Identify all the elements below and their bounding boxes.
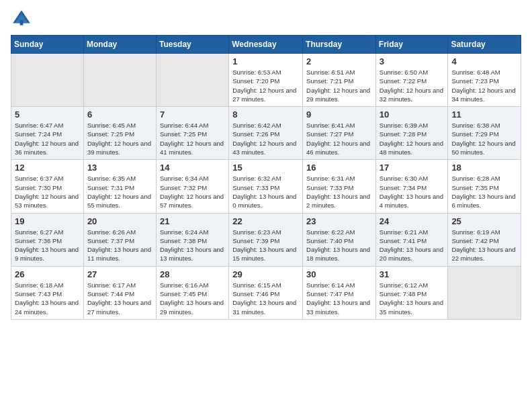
calendar-cell: 14Sunrise: 6:34 AM Sunset: 7:32 PM Dayli…	[156, 160, 228, 213]
week-row-2: 5Sunrise: 6:47 AM Sunset: 7:24 PM Daylig…	[11, 107, 521, 160]
day-info: Sunrise: 6:31 AM Sunset: 7:33 PM Dayligh…	[306, 174, 372, 210]
calendar-cell: 16Sunrise: 6:31 AM Sunset: 7:33 PM Dayli…	[303, 160, 376, 213]
day-info: Sunrise: 6:38 AM Sunset: 7:29 PM Dayligh…	[451, 121, 517, 156]
calendar-cell: 1Sunrise: 6:53 AM Sunset: 7:20 PM Daylig…	[229, 54, 303, 107]
day-info: Sunrise: 6:39 AM Sunset: 7:28 PM Dayligh…	[380, 121, 445, 156]
day-number: 29	[232, 269, 299, 279]
calendar-cell: 31Sunrise: 6:12 AM Sunset: 7:48 PM Dayli…	[375, 266, 448, 319]
day-number: 7	[160, 109, 225, 120]
day-number: 24	[380, 216, 445, 226]
day-number: 13	[87, 163, 152, 173]
day-info: Sunrise: 6:28 AM Sunset: 7:35 PM Dayligh…	[451, 174, 517, 210]
day-info: Sunrise: 6:37 AM Sunset: 7:30 PM Dayligh…	[15, 174, 80, 210]
calendar-cell: 25Sunrise: 6:19 AM Sunset: 7:42 PM Dayli…	[448, 213, 521, 266]
calendar-cell: 22Sunrise: 6:23 AM Sunset: 7:39 PM Dayli…	[229, 213, 303, 266]
day-number: 28	[160, 269, 225, 279]
calendar-cell	[156, 54, 228, 107]
calendar-cell: 29Sunrise: 6:15 AM Sunset: 7:46 PM Dayli…	[229, 266, 303, 319]
day-number: 22	[232, 216, 299, 226]
day-info: Sunrise: 6:12 AM Sunset: 7:48 PM Dayligh…	[380, 281, 445, 316]
day-info: Sunrise: 6:18 AM Sunset: 7:43 PM Dayligh…	[15, 281, 80, 316]
day-info: Sunrise: 6:30 AM Sunset: 7:34 PM Dayligh…	[380, 174, 445, 210]
day-number: 18	[451, 163, 517, 173]
day-number: 30	[306, 269, 372, 279]
day-number: 16	[306, 163, 372, 173]
day-number: 23	[306, 216, 372, 226]
day-number: 17	[380, 163, 445, 173]
weekday-header-saturday: Saturday	[448, 36, 521, 54]
logo-icon	[11, 8, 32, 30]
calendar-cell: 30Sunrise: 6:14 AM Sunset: 7:47 PM Dayli…	[303, 266, 376, 319]
calendar-cell: 24Sunrise: 6:21 AM Sunset: 7:41 PM Dayli…	[375, 213, 448, 266]
logo	[11, 8, 35, 30]
day-info: Sunrise: 6:22 AM Sunset: 7:40 PM Dayligh…	[306, 228, 372, 263]
weekday-header-tuesday: Tuesday	[156, 36, 228, 54]
day-info: Sunrise: 6:24 AM Sunset: 7:38 PM Dayligh…	[160, 228, 225, 263]
day-number: 31	[380, 269, 445, 279]
week-row-5: 26Sunrise: 6:18 AM Sunset: 7:43 PM Dayli…	[11, 266, 521, 319]
day-number: 12	[15, 163, 80, 173]
day-info: Sunrise: 6:44 AM Sunset: 7:25 PM Dayligh…	[160, 121, 225, 156]
calendar-cell: 12Sunrise: 6:37 AM Sunset: 7:30 PM Dayli…	[11, 160, 84, 213]
calendar-cell: 15Sunrise: 6:32 AM Sunset: 7:33 PM Dayli…	[229, 160, 303, 213]
day-info: Sunrise: 6:50 AM Sunset: 7:22 PM Dayligh…	[380, 68, 445, 103]
day-info: Sunrise: 6:23 AM Sunset: 7:39 PM Dayligh…	[232, 228, 299, 263]
day-number: 11	[451, 109, 517, 120]
day-info: Sunrise: 6:14 AM Sunset: 7:47 PM Dayligh…	[306, 281, 372, 316]
calendar-cell: 11Sunrise: 6:38 AM Sunset: 7:29 PM Dayli…	[448, 107, 521, 160]
day-number: 25	[451, 216, 517, 226]
day-number: 3	[380, 56, 445, 66]
calendar-cell: 13Sunrise: 6:35 AM Sunset: 7:31 PM Dayli…	[83, 160, 156, 213]
calendar-cell	[448, 266, 521, 319]
calendar-cell: 18Sunrise: 6:28 AM Sunset: 7:35 PM Dayli…	[448, 160, 521, 213]
calendar-table: SundayMondayTuesdayWednesdayThursdayFrid…	[11, 35, 521, 320]
weekday-header-sunday: Sunday	[11, 36, 84, 54]
day-number: 5	[15, 109, 80, 120]
day-number: 1	[232, 56, 299, 66]
day-info: Sunrise: 6:47 AM Sunset: 7:24 PM Dayligh…	[15, 121, 80, 156]
day-info: Sunrise: 6:34 AM Sunset: 7:32 PM Dayligh…	[160, 174, 225, 210]
day-info: Sunrise: 6:21 AM Sunset: 7:41 PM Dayligh…	[380, 228, 445, 263]
header	[11, 8, 521, 30]
week-row-1: 1Sunrise: 6:53 AM Sunset: 7:20 PM Daylig…	[11, 54, 521, 107]
calendar-cell: 28Sunrise: 6:16 AM Sunset: 7:45 PM Dayli…	[156, 266, 228, 319]
calendar-cell	[11, 54, 84, 107]
calendar-cell: 4Sunrise: 6:48 AM Sunset: 7:23 PM Daylig…	[448, 54, 521, 107]
calendar-cell: 5Sunrise: 6:47 AM Sunset: 7:24 PM Daylig…	[11, 107, 84, 160]
day-info: Sunrise: 6:19 AM Sunset: 7:42 PM Dayligh…	[451, 228, 517, 263]
day-number: 26	[15, 269, 80, 279]
calendar-cell: 23Sunrise: 6:22 AM Sunset: 7:40 PM Dayli…	[303, 213, 376, 266]
day-number: 9	[306, 109, 372, 120]
calendar-cell: 27Sunrise: 6:17 AM Sunset: 7:44 PM Dayli…	[83, 266, 156, 319]
day-number: 20	[87, 216, 152, 226]
calendar-cell: 6Sunrise: 6:45 AM Sunset: 7:25 PM Daylig…	[83, 107, 156, 160]
day-number: 15	[232, 163, 299, 173]
day-number: 4	[451, 56, 517, 66]
calendar-cell: 9Sunrise: 6:41 AM Sunset: 7:27 PM Daylig…	[303, 107, 376, 160]
calendar-cell: 26Sunrise: 6:18 AM Sunset: 7:43 PM Dayli…	[11, 266, 84, 319]
day-info: Sunrise: 6:35 AM Sunset: 7:31 PM Dayligh…	[87, 174, 152, 210]
calendar-cell: 10Sunrise: 6:39 AM Sunset: 7:28 PM Dayli…	[375, 107, 448, 160]
day-number: 2	[306, 56, 372, 66]
day-number: 21	[160, 216, 225, 226]
calendar-cell: 20Sunrise: 6:26 AM Sunset: 7:37 PM Dayli…	[83, 213, 156, 266]
day-info: Sunrise: 6:53 AM Sunset: 7:20 PM Dayligh…	[232, 68, 299, 103]
weekday-header-monday: Monday	[83, 36, 156, 54]
day-number: 6	[87, 109, 152, 120]
calendar-cell: 7Sunrise: 6:44 AM Sunset: 7:25 PM Daylig…	[156, 107, 228, 160]
weekday-header-row: SundayMondayTuesdayWednesdayThursdayFrid…	[11, 36, 521, 54]
calendar-cell: 21Sunrise: 6:24 AM Sunset: 7:38 PM Dayli…	[156, 213, 228, 266]
calendar-cell: 2Sunrise: 6:51 AM Sunset: 7:21 PM Daylig…	[303, 54, 376, 107]
day-number: 10	[380, 109, 445, 120]
weekday-header-wednesday: Wednesday	[229, 36, 303, 54]
day-info: Sunrise: 6:48 AM Sunset: 7:23 PM Dayligh…	[451, 68, 517, 103]
week-row-4: 19Sunrise: 6:27 AM Sunset: 7:36 PM Dayli…	[11, 213, 521, 266]
day-info: Sunrise: 6:16 AM Sunset: 7:45 PM Dayligh…	[160, 281, 225, 316]
day-info: Sunrise: 6:27 AM Sunset: 7:36 PM Dayligh…	[15, 228, 80, 263]
day-info: Sunrise: 6:15 AM Sunset: 7:46 PM Dayligh…	[232, 281, 299, 316]
day-info: Sunrise: 6:42 AM Sunset: 7:26 PM Dayligh…	[232, 121, 299, 156]
weekday-header-friday: Friday	[375, 36, 448, 54]
calendar-cell: 19Sunrise: 6:27 AM Sunset: 7:36 PM Dayli…	[11, 213, 84, 266]
calendar-cell	[83, 54, 156, 107]
day-info: Sunrise: 6:45 AM Sunset: 7:25 PM Dayligh…	[87, 121, 152, 156]
